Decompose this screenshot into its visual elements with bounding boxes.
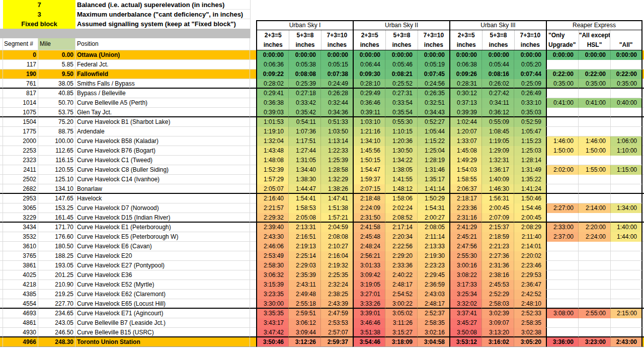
time-cell[interactable]: 2:58:35 bbox=[417, 318, 449, 328]
time-cell[interactable]: 0:30:12 bbox=[449, 89, 481, 98]
mile-cell[interactable]: 180.50 bbox=[38, 242, 75, 251]
time-cell[interactable]: 2:53:53 bbox=[320, 318, 353, 328]
time-cell[interactable]: 1:50:00 bbox=[578, 146, 610, 156]
gap-cell[interactable] bbox=[250, 280, 256, 290]
time-cell[interactable]: 2:22:56 bbox=[385, 242, 417, 251]
mile-cell[interactable]: 0.00 bbox=[38, 50, 75, 60]
time-cell[interactable]: 1:15:22 bbox=[417, 136, 449, 146]
time-cell[interactable]: 0:26:49 bbox=[514, 89, 546, 98]
time-cell[interactable]: 0:08:21 bbox=[385, 69, 417, 79]
time-cell[interactable]: 0:00:00 bbox=[320, 50, 353, 60]
time-cell[interactable]: 2:45:21 bbox=[449, 232, 481, 242]
segment-cell[interactable]: 4966 bbox=[3, 337, 38, 347]
time-cell[interactable]: 2:11:40 bbox=[514, 232, 546, 242]
time-cell[interactable] bbox=[610, 261, 642, 270]
time-cell[interactable]: 3:08:00 bbox=[546, 309, 578, 318]
time-cell[interactable]: 1:31:46 bbox=[417, 165, 449, 175]
position-cell[interactable]: Fallowfield bbox=[75, 69, 250, 79]
time-cell[interactable]: 1:40:00 bbox=[610, 223, 642, 232]
time-cell[interactable] bbox=[546, 175, 578, 184]
time-cell[interactable]: 1:34:00 bbox=[610, 203, 642, 213]
time-cell[interactable]: 1:13:14 bbox=[320, 136, 353, 146]
time-cell[interactable]: 1:03:10 bbox=[353, 117, 385, 127]
time-cell[interactable]: 1:58:55 bbox=[449, 175, 481, 184]
time-cell[interactable]: 2:14:01 bbox=[514, 242, 546, 251]
time-cell[interactable]: 0:35:00 bbox=[546, 79, 578, 89]
time-cell[interactable]: 1:21:16 bbox=[353, 127, 385, 136]
time-cell[interactable]: 0:00:00 bbox=[353, 50, 385, 60]
gap-cell[interactable] bbox=[250, 337, 256, 347]
mile-cell[interactable]: 227.70 bbox=[38, 299, 75, 309]
time-cell[interactable]: 2:43:30 bbox=[256, 232, 288, 242]
time-cell[interactable]: 0:34:36 bbox=[320, 108, 353, 117]
time-cell[interactable] bbox=[610, 280, 642, 290]
time-cell[interactable]: 2:29:03 bbox=[288, 261, 320, 270]
time-cell[interactable]: 0:33:54 bbox=[385, 98, 417, 108]
time-cell[interactable] bbox=[578, 280, 610, 290]
time-cell[interactable]: 1:10:00 bbox=[610, 146, 642, 156]
time-cell[interactable] bbox=[546, 290, 578, 299]
time-cell[interactable]: 0:27:18 bbox=[288, 89, 320, 98]
time-cell[interactable]: 2:48:17 bbox=[385, 280, 417, 290]
time-cell[interactable]: 0:25:39 bbox=[288, 79, 320, 89]
position-cell[interactable]: Curve Havelock E6 (Cavan) bbox=[75, 242, 250, 251]
position-cell[interactable]: Ardendale bbox=[75, 127, 250, 136]
segment-cell[interactable]: 1075 bbox=[3, 108, 38, 117]
position-cell[interactable]: Curve Havelock E27 (Pontypool) bbox=[75, 261, 250, 270]
time-cell[interactable] bbox=[578, 194, 610, 203]
time-cell[interactable]: 2:18:59 bbox=[481, 232, 514, 242]
time-cell[interactable]: 0:08:08 bbox=[288, 69, 320, 79]
time-cell[interactable]: 3:13:20 bbox=[481, 328, 514, 337]
time-cell[interactable] bbox=[546, 108, 578, 117]
time-cell[interactable]: 2:43:00 bbox=[610, 337, 642, 347]
mile-cell[interactable]: 201.25 bbox=[38, 270, 75, 280]
gap-cell[interactable] bbox=[250, 136, 256, 146]
position-cell[interactable]: Curve Havelock B76 (Bogart) bbox=[75, 146, 250, 156]
gap-column-header[interactable] bbox=[250, 38, 256, 50]
time-cell[interactable] bbox=[610, 184, 642, 194]
time-cell[interactable]: 0:00:00 bbox=[385, 50, 417, 60]
time-cell[interactable]: 3:08:22 bbox=[449, 270, 481, 280]
time-cell[interactable]: 1:40:09 bbox=[481, 175, 514, 184]
time-cell[interactable]: 3:32:02 bbox=[449, 299, 481, 309]
time-cell[interactable]: 0:26:35 bbox=[417, 89, 449, 98]
time-cell[interactable] bbox=[578, 117, 610, 127]
gap-cell[interactable] bbox=[250, 117, 256, 127]
time-cell[interactable]: 1:51:38 bbox=[320, 203, 353, 213]
time-cell[interactable]: 2:49:48 bbox=[288, 290, 320, 299]
segment-cell[interactable]: 1775 bbox=[3, 127, 38, 136]
time-cell[interactable]: 1:54:41 bbox=[288, 194, 320, 203]
time-cell[interactable]: 1:56:31 bbox=[481, 194, 514, 203]
position-cell[interactable]: Curve Belleville B7 (Leaside Jct.) bbox=[75, 318, 250, 328]
time-cell[interactable]: 2:27:00 bbox=[546, 203, 578, 213]
gap-cell[interactable] bbox=[250, 165, 256, 175]
time-cell[interactable]: 0:05:19 bbox=[417, 60, 449, 69]
time-cell[interactable]: 3:02:39 bbox=[481, 309, 514, 318]
time-cell[interactable]: 3:01:33 bbox=[353, 261, 385, 270]
time-cell[interactable]: 2:59:51 bbox=[288, 309, 320, 318]
subcolumn-header-line2[interactable]: inches bbox=[385, 40, 417, 50]
position-cell[interactable]: Curve Havelock C8 (Buller Siding) bbox=[75, 165, 250, 175]
time-cell[interactable]: 1:50:00 bbox=[546, 146, 578, 156]
time-cell[interactable]: 0:05:46 bbox=[385, 60, 417, 69]
group-name-cell[interactable]: Urban Sky I bbox=[257, 21, 353, 30]
time-cell[interactable]: 2:05:08 bbox=[288, 213, 320, 223]
time-cell[interactable]: 0:08:16 bbox=[481, 69, 514, 79]
time-cell[interactable]: 3:23:00 bbox=[578, 337, 610, 347]
time-cell[interactable]: 1:05:47 bbox=[514, 127, 546, 136]
position-cell[interactable]: Curve Havelock E36 bbox=[75, 270, 250, 280]
time-cell[interactable]: 0:33:42 bbox=[288, 98, 320, 108]
time-cell[interactable]: 0:00:00 bbox=[514, 50, 546, 60]
time-cell[interactable]: 1:28:19 bbox=[417, 156, 449, 165]
time-cell[interactable]: 2:23:36 bbox=[449, 203, 481, 213]
time-cell[interactable]: 1:44:47 bbox=[288, 184, 320, 194]
time-cell[interactable]: 0:00:00 bbox=[578, 50, 610, 60]
time-cell[interactable] bbox=[546, 280, 578, 290]
segment-cell[interactable]: 2253 bbox=[3, 146, 38, 156]
time-cell[interactable]: 2:55:00 bbox=[578, 309, 610, 318]
subcolumn-header-line2[interactable]: inches bbox=[289, 40, 320, 50]
time-cell[interactable]: 2:15:37 bbox=[481, 223, 514, 232]
segment-cell[interactable]: 4554 bbox=[3, 299, 38, 309]
time-cell[interactable]: 2:16:04 bbox=[320, 251, 353, 261]
position-cell[interactable]: Curve Havelock B1 (Sharbot Lake) bbox=[75, 117, 250, 127]
